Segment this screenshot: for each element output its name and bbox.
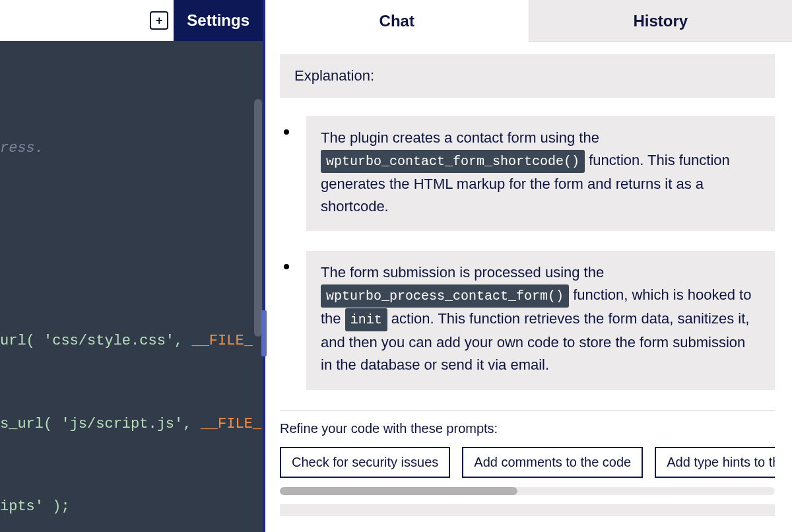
bullet-icon: [284, 129, 289, 135]
refine-section: Refine your code with these prompts: Che…: [280, 421, 775, 516]
settings-tab[interactable]: Settings: [174, 0, 263, 41]
app-root: + Settings ress. url( 'css/style.css', _…: [0, 0, 792, 532]
code-text: ,: [174, 333, 191, 349]
explanation-header: Explanation:: [280, 54, 775, 98]
code-chip: wpturbo_contact_form_shortcode(): [321, 150, 585, 173]
editor-topbar: + Settings: [0, 0, 263, 41]
panel-tabs: Chat History: [265, 0, 792, 42]
tab-history[interactable]: History: [529, 0, 793, 42]
editor-scrollbar[interactable]: [253, 82, 263, 532]
code-const: __FILE_: [201, 416, 261, 432]
code-string: ipts': [0, 498, 44, 515]
chat-input[interactable]: [280, 504, 775, 516]
tab-chat-label: Chat: [380, 12, 414, 30]
editor-pane: + Settings ress. url( 'css/style.css', _…: [0, 0, 263, 532]
list-item: The plugin creates a contact form using …: [280, 116, 775, 231]
code-text: ,: [183, 416, 200, 432]
prompt-row: Check for security issues Add comments t…: [280, 447, 775, 478]
code-comment: ress.: [0, 140, 44, 156]
prompt-scrollbar[interactable]: [280, 487, 775, 495]
code-text: s_url(: [0, 416, 61, 432]
code-const: __FILE_: [191, 333, 252, 349]
explanation-header-text: Explanation:: [294, 67, 374, 84]
divider: [280, 410, 775, 411]
tab-history-label: History: [633, 12, 688, 30]
add-button[interactable]: +: [150, 11, 168, 30]
bullet-icon: [284, 264, 289, 269]
refine-label-text: Refine your code with these prompts:: [280, 421, 498, 436]
code-text: url(: [0, 333, 44, 349]
panel-body: Explanation: The plugin creates a contac…: [265, 42, 792, 532]
code-string: 'css/style.css': [44, 333, 174, 349]
code-editor[interactable]: ress. url( 'css/style.css', __FILE_ s_ur…: [0, 41, 263, 532]
code-text: );: [44, 498, 70, 515]
prompt-btn-label: Check for security issues: [292, 455, 438, 469]
bullet-card: The form submission is processed using t…: [306, 251, 775, 389]
settings-label: Settings: [187, 11, 249, 30]
code-chip: wpturbo_process_contact_form(): [321, 284, 569, 308]
plus-icon: +: [156, 14, 163, 28]
bullet-text: The form submission is processed using t…: [321, 264, 604, 281]
bullet-card: The plugin creates a contact form using …: [306, 116, 775, 231]
refine-label: Refine your code with these prompts:: [280, 421, 775, 436]
prompt-typehints-button[interactable]: Add type hints to the code: [655, 447, 775, 478]
list-item: The form submission is processed using t…: [280, 251, 775, 389]
prompt-btn-label: Add comments to the code: [474, 455, 631, 469]
prompt-btn-label: Add type hints to the code: [667, 455, 775, 469]
bullet-text: The plugin creates a contact form using …: [321, 129, 599, 146]
prompt-comments-button[interactable]: Add comments to the code: [462, 447, 643, 478]
prompt-security-button[interactable]: Check for security issues: [280, 447, 450, 478]
side-panel: Chat History Explanation: The plugin cre…: [263, 0, 792, 532]
editor-scrollbar-thumb[interactable]: [254, 99, 262, 337]
code-string: 'js/script.js': [61, 416, 183, 432]
tab-chat[interactable]: Chat: [265, 0, 529, 42]
prompt-scrollbar-thumb[interactable]: [280, 487, 517, 495]
code-chip: init: [345, 308, 387, 331]
